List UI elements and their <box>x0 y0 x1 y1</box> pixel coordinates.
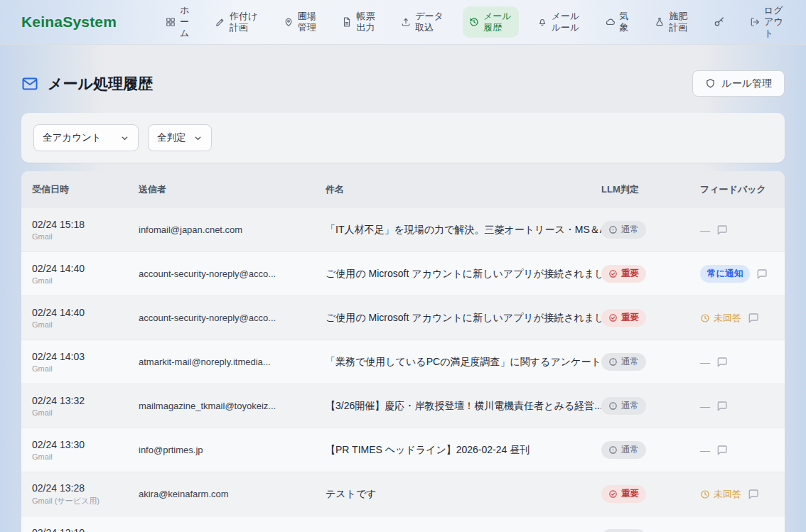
judgement-badge-normal: 通常 <box>601 441 646 459</box>
comment-icon[interactable] <box>756 268 768 280</box>
page-content: メール処理履歴 ルール管理 全アカウント 全判定 受信日時 送信者 件名 LLM… <box>0 70 806 532</box>
mail-subject: 「IT人材不足」を現場の力で解決。三菱オートリース・MS＆AD... <box>326 224 601 237</box>
mail-icon <box>21 75 38 92</box>
main-nav: ホーム 作付け計画 圃場管理 帳票出力 データ取込 メール履歴 メールルール <box>159 1 790 44</box>
comment-icon[interactable] <box>748 489 759 500</box>
table-row[interactable]: 02/24 14:40 Gmail account-security-norep… <box>21 296 785 340</box>
nav-item-label: 帳票出力 <box>356 11 376 34</box>
table-row[interactable]: 02/24 13:28 Gmail (サービス用) akira@keinafar… <box>21 472 785 516</box>
header-sender: 送信者 <box>139 183 326 196</box>
key-icon <box>714 16 725 28</box>
pencil-icon <box>215 17 225 27</box>
judgement-filter-select[interactable]: 全判定 <box>148 124 212 151</box>
nav-item-label: 作付け計画 <box>230 11 259 34</box>
page-header: メール処理履歴 ルール管理 <box>21 70 785 97</box>
comment-icon[interactable] <box>716 224 728 236</box>
judgement-badge-normal: 通常 <box>601 529 646 532</box>
mail-subject: 「業務で使用しているPCの満足度調査」に関するアンケート ≪... <box>326 356 601 369</box>
table-row[interactable]: 02/24 15:18 Gmail infomail@japan.cnet.co… <box>21 208 785 252</box>
mail-history-table: 受信日時 送信者 件名 LLM判定 フィードバック 02/24 15:18 Gm… <box>21 171 785 532</box>
nav-item-mail-rules[interactable]: メールルール <box>531 6 587 38</box>
nav-item-mail-history[interactable]: メール履歴 <box>463 6 519 38</box>
mail-subject: 【PR TIMES ヘッドライン】2026-02-24 昼刊 <box>326 444 601 457</box>
mail-subject: テストです <box>326 488 601 501</box>
table-row[interactable]: 02/24 13:30 Gmail info@prtimes.jp 【PR TI… <box>21 428 785 472</box>
judgement-badge-normal: 通常 <box>601 353 646 371</box>
sender-address: akira@keinafarm.com <box>139 489 326 499</box>
comment-icon[interactable] <box>716 357 728 368</box>
table-row[interactable]: 02/24 13:32 Gmail mailmagazine_tkmail@to… <box>21 384 785 428</box>
nav-item-logout[interactable]: ログアウト <box>743 1 790 44</box>
account-label: Gmail <box>32 364 139 373</box>
table-header-row: 受信日時 送信者 件名 LLM判定 フィードバック <box>21 171 785 208</box>
received-datetime: 02/24 15:18 <box>32 219 139 230</box>
sender-address: info@prtimes.jp <box>139 445 326 455</box>
comment-icon[interactable] <box>716 401 728 412</box>
judgement-badge-important: 重要 <box>601 485 646 503</box>
nav-item-data-import[interactable]: データ取込 <box>394 6 451 38</box>
table-row[interactable]: 02/24 14:03 Gmail atmarkit-mail@noreply.… <box>21 340 785 384</box>
received-datetime: 02/24 12:10 <box>32 527 139 532</box>
comment-icon[interactable] <box>748 313 759 324</box>
received-datetime: 02/24 14:40 <box>32 307 139 318</box>
header-feedback: フィードバック <box>700 183 785 196</box>
rule-management-label: ルール管理 <box>721 77 772 90</box>
header-received: 受信日時 <box>32 183 139 196</box>
account-label: Gmail (サービス用) <box>32 496 139 506</box>
account-label: Gmail <box>32 276 139 285</box>
upload-icon <box>401 17 411 27</box>
chevron-down-icon <box>120 134 129 143</box>
judgement-badge-normal: 通常 <box>601 221 646 239</box>
feedback-none: — <box>700 401 710 412</box>
mail-subject: ご使用の Microsoft アカウントに新しいアプリが接続されました <box>326 268 601 281</box>
account-label: Gmail <box>32 452 139 461</box>
bell-icon <box>537 17 547 27</box>
comment-icon[interactable] <box>716 445 728 456</box>
account-label: Gmail <box>32 232 139 241</box>
account-filter-select[interactable]: 全アカウント <box>33 124 139 151</box>
cloud-icon <box>606 17 616 27</box>
account-filter-value: 全アカウント <box>43 131 102 144</box>
nav-item-home[interactable]: ホーム <box>159 1 197 44</box>
shield-icon <box>705 78 716 89</box>
received-datetime: 02/24 14:40 <box>32 263 139 274</box>
logout-icon <box>750 17 760 27</box>
received-datetime: 02/24 14:03 <box>32 351 139 362</box>
page-title: メール処理履歴 <box>48 74 153 94</box>
sender-address: infomail@japan.cnet.com <box>139 224 326 235</box>
nav-item-label: 施肥計画 <box>669 11 689 34</box>
app-logo[interactable]: KeinaSystem <box>21 13 117 31</box>
sender-address: mailmagazine_tkmail@toyokeiz... <box>139 401 326 411</box>
sender-address: account-security-noreply@acco... <box>139 313 326 323</box>
nav-item-field-management[interactable]: 圃場管理 <box>277 6 324 38</box>
sender-address: account-security-noreply@acco... <box>139 268 326 279</box>
feedback-unanswered: 未回答 <box>700 488 741 501</box>
account-label: Gmail <box>32 320 139 329</box>
judgement-badge-important: 重要 <box>601 309 646 327</box>
feedback-badge-always-notify: 常に通知 <box>700 265 750 283</box>
rule-management-button[interactable]: ルール管理 <box>692 70 785 97</box>
judgement-badge-important: 重要 <box>601 265 646 283</box>
map-pin-icon <box>284 17 294 27</box>
history-icon <box>469 17 479 27</box>
nav-item-weather[interactable]: 気象 <box>599 6 637 38</box>
mail-subject: 【3/26開催】慶応・岸教授登壇！横川電機責任者とみる経営... <box>326 400 601 413</box>
nav-item-label: 圃場管理 <box>298 11 318 34</box>
judgement-badge-normal: 通常 <box>601 397 646 415</box>
received-datetime: 02/24 13:32 <box>32 395 139 406</box>
feedback-none: — <box>700 445 710 456</box>
nav-item-api-key[interactable] <box>707 12 731 32</box>
top-navigation-bar: KeinaSystem ホーム 作付け計画 圃場管理 帳票出力 データ取込 メー… <box>0 0 806 45</box>
nav-item-fertilizer-plan[interactable]: 施肥計画 <box>648 6 695 38</box>
nav-item-label: メールルール <box>552 11 581 34</box>
nav-item-planting-plan[interactable]: 作付け計画 <box>209 6 265 38</box>
mail-subject: ご使用の Microsoft アカウントに新しいアプリが接続されました <box>326 312 601 325</box>
feedback-none: — <box>700 224 710 236</box>
table-row[interactable]: 02/24 12:10 Gmail digital@kochinews.jp 四… <box>21 516 785 532</box>
table-row[interactable]: 02/24 14:40 Gmail account-security-norep… <box>21 252 785 296</box>
feedback-unanswered: 未回答 <box>700 312 741 325</box>
nav-item-label: メール履歴 <box>483 11 512 34</box>
nav-item-label: 気象 <box>620 11 630 34</box>
nav-item-report-output[interactable]: 帳票出力 <box>335 6 382 38</box>
nav-item-label: ログアウト <box>764 5 784 40</box>
